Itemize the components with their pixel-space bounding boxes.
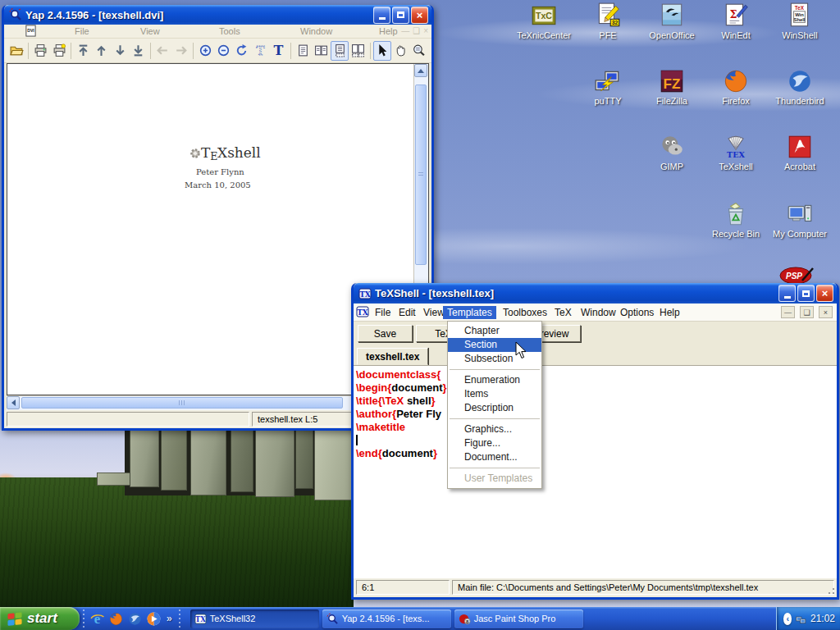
tab-texshell-tex[interactable]: texshell.tex: [357, 348, 428, 365]
print-icon[interactable]: [31, 41, 49, 61]
texshell-menu-tex[interactable]: TeX: [550, 306, 576, 319]
save-button[interactable]: Save: [358, 325, 413, 342]
vertical-scroll-thumb[interactable]: [415, 84, 427, 265]
yap-mdi-buttons[interactable]: —❑×: [401, 26, 428, 35]
desktop-icon-gimp[interactable]: GIMP: [641, 133, 703, 171]
texshell-close-button[interactable]: ×: [816, 285, 833, 302]
resize-grip[interactable]: [825, 585, 836, 596]
texshell-minimize-button[interactable]: [778, 285, 796, 302]
horizontal-scroll-thumb[interactable]: [21, 397, 343, 409]
quick-launch-internet-explorer-icon[interactable]: e: [89, 611, 105, 627]
desktop-icon-filezilla[interactable]: FZFileZilla: [641, 67, 703, 106]
mdi-restore-icon[interactable]: ❑: [800, 306, 814, 318]
network-icon[interactable]: [796, 613, 806, 624]
select-tool-icon[interactable]: [373, 41, 391, 61]
mdi-minimize-icon[interactable]: —: [401, 26, 409, 35]
zoom-out-icon[interactable]: [214, 41, 232, 61]
yap-maximize-button[interactable]: [392, 7, 409, 24]
yap-menu-view[interactable]: View: [140, 26, 160, 36]
yap-menu-help[interactable]: Help: [379, 26, 398, 36]
magnifier-icon[interactable]: [410, 41, 428, 61]
taskbar-clock[interactable]: 21:02: [810, 613, 835, 624]
desktop-icon-recycle-bin[interactable]: Recycle Bin: [705, 200, 767, 239]
continuous-two-icon[interactable]: [349, 41, 367, 61]
quick-launch-media-player-icon[interactable]: [146, 611, 162, 627]
yap-close-button[interactable]: ×: [411, 7, 428, 24]
scroll-left-button[interactable]: [7, 396, 20, 409]
quick-launch-firefox-icon[interactable]: [108, 611, 124, 627]
editor-line[interactable]: \end{document}: [356, 447, 837, 460]
texshell-menu-window[interactable]: Window: [577, 306, 620, 319]
next-page-icon[interactable]: [111, 41, 129, 61]
refresh-icon[interactable]: [233, 41, 251, 61]
hand-tool-icon[interactable]: [391, 41, 409, 61]
text-mode-icon[interactable]: T: [270, 41, 288, 61]
desktop-icon-acrobat[interactable]: Acrobat: [769, 133, 831, 171]
mdi-close-icon[interactable]: ×: [819, 306, 833, 318]
editor-line[interactable]: \author{Peter Fly: [356, 408, 837, 421]
editor-line[interactable]: [356, 434, 837, 447]
menu-item-enumeration[interactable]: Enumeration: [448, 373, 541, 387]
quick-launch-overflow-chevron[interactable]: »: [167, 613, 172, 624]
open-file-icon[interactable]: [7, 41, 25, 61]
taskbar-separator[interactable]: [82, 609, 85, 628]
taskbar-button-texshell32[interactable]: TXTeXShell32: [190, 609, 319, 628]
previous-page-icon[interactable]: [93, 41, 111, 61]
dvi-document-icon[interactable]: DVI: [25, 25, 37, 37]
mdi-restore-icon[interactable]: ❑: [413, 26, 420, 35]
texshell-menu-file[interactable]: File: [371, 306, 395, 319]
mdi-close-icon[interactable]: ×: [423, 26, 428, 35]
taskbar-button-yap-2-4-1596-texs[interactable]: Yap 2.4.1596 - [texs...: [322, 609, 451, 628]
desktop-icon-texniccenter[interactable]: TxCTeXnicCenter: [513, 2, 575, 40]
menu-item-document[interactable]: Document...: [448, 450, 541, 464]
last-page-icon[interactable]: [130, 41, 148, 61]
editor-line[interactable]: \title{\TeX shell}: [356, 395, 837, 408]
texshell-maximize-button[interactable]: [797, 285, 815, 302]
editor-line[interactable]: \maketitle: [356, 421, 837, 434]
texshell-menu-options[interactable]: Options: [616, 306, 658, 319]
texshell-editor[interactable]: \documentclass{\begin{document}\title{\T…: [354, 366, 837, 578]
tray-collapse-chevron-icon[interactable]: ‹: [783, 613, 792, 625]
continuous-icon[interactable]: [331, 41, 349, 61]
zoom-in-icon[interactable]: [196, 41, 214, 61]
quick-launch-thunderbird-icon[interactable]: [127, 611, 143, 627]
desktop-icon-winedt[interactable]: ΣWinEdt: [705, 2, 767, 40]
texshell-menu-edit[interactable]: Edit: [395, 306, 420, 319]
first-page-icon[interactable]: [74, 41, 92, 61]
scroll-up-button[interactable]: [414, 64, 427, 77]
mdi-minimize-icon[interactable]: —: [781, 306, 795, 318]
desktop-icon-firefox[interactable]: Firefox: [705, 67, 767, 106]
texshell-menu-templates[interactable]: Templates: [443, 306, 496, 319]
texshell-titlebar[interactable]: TX TeXShell - [texshell.tex] ×: [354, 283, 837, 304]
taskbar-button-jasc-paint-shop-pro[interactable]: 8Jasc Paint Shop Pro: [454, 609, 583, 628]
menu-item-graphics[interactable]: Graphics...: [448, 422, 541, 436]
taskbar-separator[interactable]: [178, 609, 181, 628]
print-preview-icon[interactable]: [50, 41, 68, 61]
start-button[interactable]: start: [0, 607, 80, 630]
ruler-icon[interactable]: T: [251, 41, 269, 61]
texshell-menu-toolboxes[interactable]: Toolboxes: [499, 306, 551, 319]
single-page-icon[interactable]: [294, 41, 312, 61]
editor-line[interactable]: \documentclass{: [356, 368, 837, 381]
desktop-icon-paint-shop-pro[interactable]: PSP: [778, 265, 815, 283]
yap-titlebar[interactable]: Yap 2.4.1596 - [texshell.dvi] ×: [4, 5, 431, 25]
desktop-icon-thunderbird[interactable]: Thunderbird: [769, 67, 831, 106]
menu-item-chapter[interactable]: Chapter: [448, 324, 541, 338]
yap-menu-tools[interactable]: Tools: [219, 26, 240, 36]
yap-minimize-button[interactable]: [373, 7, 390, 24]
texshell-menu-help[interactable]: Help: [655, 306, 684, 319]
desktop-icon-texshell[interactable]: TEXTeXshell: [705, 133, 767, 171]
desktop-icon-winshell[interactable]: TeXWinShellWinShell: [769, 2, 831, 40]
desktop-icon-putty[interactable]: puTTY: [577, 67, 639, 106]
yap-menu-file[interactable]: File: [75, 26, 89, 36]
editor-line[interactable]: \begin{document}: [356, 381, 837, 395]
desktop-icon-pfe[interactable]: 32PFE: [577, 2, 639, 40]
desktop-icon-openoffice[interactable]: OpenOffice: [641, 2, 703, 40]
two-page-icon[interactable]: [312, 41, 330, 61]
menu-item-description[interactable]: Description: [448, 401, 541, 415]
yap-menu-window[interactable]: Window: [300, 26, 332, 36]
menu-item-items[interactable]: Items: [448, 387, 541, 401]
menu-item-figure[interactable]: Figure...: [448, 436, 541, 450]
desktop-icon-my-computer[interactable]: My Computer: [769, 200, 831, 239]
texshell-mdi-buttons[interactable]: — ❑ ×: [781, 306, 833, 318]
